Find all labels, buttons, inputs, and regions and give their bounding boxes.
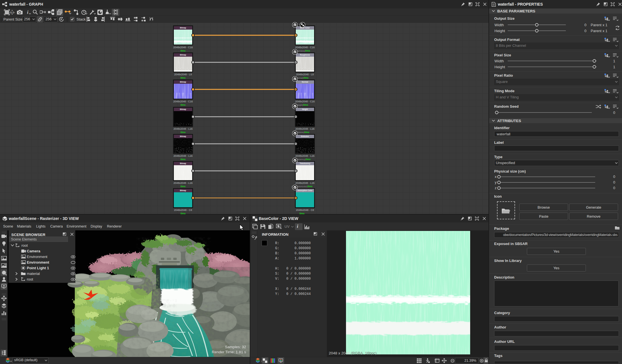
svg-text:Samples: 32: Samples: 32	[225, 345, 246, 349]
svg-text:Render Time: 1.81 s: Render Time: 1.81 s	[212, 350, 246, 354]
svg-text:i: i	[27, 10, 29, 15]
svg-text:‹1:1›: ‹1:1›	[9, 11, 15, 14]
